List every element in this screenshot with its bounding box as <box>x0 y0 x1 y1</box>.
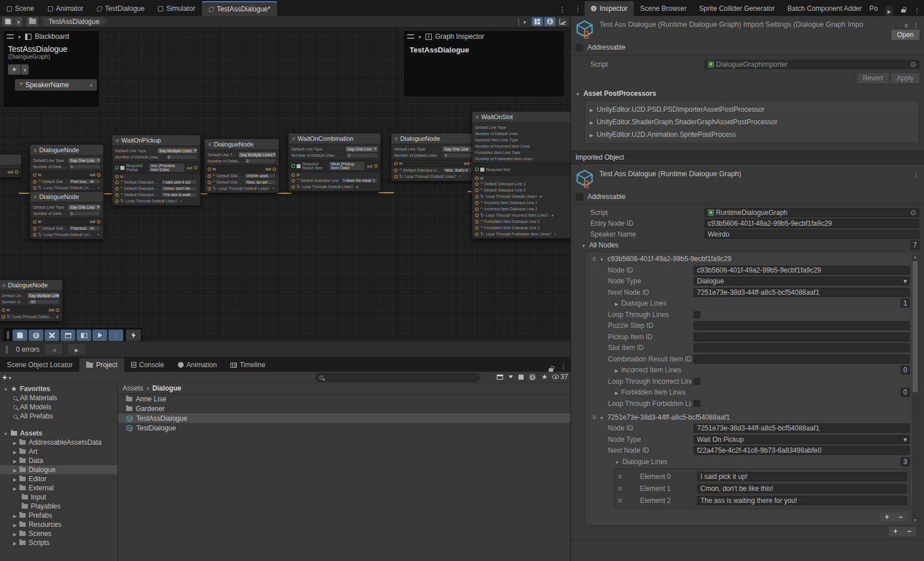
tree-folder-scenes[interactable]: Scenes <box>0 529 117 538</box>
tab-simulator[interactable]: Simulator <box>151 1 202 16</box>
filter-by-label-icon[interactable] <box>518 375 524 380</box>
loop-through-forbidden-checkbox[interactable] <box>694 400 700 407</box>
tab-overflow[interactable]: Po <box>868 1 879 16</box>
addressable-checkbox[interactable] <box>576 44 583 51</box>
drag-handle-icon[interactable] <box>407 34 414 39</box>
loop-forbidden-checkbox[interactable] <box>553 232 557 236</box>
node-dialogue-1[interactable]: DialogueNode Default Line TypeSay One Li… <box>30 144 104 193</box>
tab-scene[interactable]: Scene <box>0 1 41 16</box>
minimap-toggle-button[interactable] <box>557 17 568 26</box>
entry-node-field[interactable]: c93b5606-401f-49a2-99b5-9ecbf1fa9c29 <box>704 219 919 228</box>
field-port[interactable] <box>33 233 37 237</box>
hidden-count[interactable]: 37 <box>552 373 568 381</box>
incorrect-lines-count[interactable]: 0 <box>901 365 910 375</box>
search-save-icon[interactable] <box>497 375 503 380</box>
tab-sprite-collider-generator[interactable]: Sprite Collider Generator <box>693 1 781 16</box>
field-port[interactable] <box>208 181 211 184</box>
field-port[interactable] <box>475 214 479 217</box>
blackboard-panel[interactable]: Blackboard TestAssDialogue (DialogueGrap… <box>3 30 100 108</box>
node-dialogue-4[interactable]: DialogueNode Default Line TypeSay One Li… <box>391 133 478 181</box>
out-port[interactable] <box>273 168 276 171</box>
in-port[interactable] <box>2 308 5 312</box>
scrollbar-thumb[interactable] <box>913 261 918 392</box>
field-port[interactable] <box>33 180 37 184</box>
tree-folder-art[interactable]: Art <box>0 447 117 456</box>
tab-scene-browser[interactable]: Scene Browser <box>634 1 692 16</box>
field-port[interactable] <box>475 226 479 230</box>
field-port[interactable] <box>33 186 37 190</box>
combination-result-item-id-field[interactable] <box>694 355 910 364</box>
field-port[interactable] <box>291 179 295 182</box>
info-toggle-button[interactable]: i <box>29 330 43 341</box>
panel-menu-icon[interactable] <box>557 363 570 372</box>
tree-all-models[interactable]: All Models <box>0 403 117 412</box>
num-lines-field[interactable]: 1 <box>443 153 475 158</box>
loop-checkbox[interactable] <box>539 194 543 198</box>
drag-handle-icon[interactable] <box>7 34 14 39</box>
graph-inspector-header[interactable]: i Graph Inspector <box>404 31 564 42</box>
save-dropdown[interactable] <box>15 17 22 26</box>
in-port[interactable] <box>208 168 211 171</box>
remove-element-button[interactable] <box>894 513 907 522</box>
add-node-button[interactable] <box>889 527 902 536</box>
create-asset-dropdown-icon[interactable] <box>9 373 11 381</box>
dialogue-line-field[interactable]: Now, go get ... <box>244 180 276 185</box>
num-lines-field[interactable]: 3 <box>165 155 197 160</box>
dialogue-line-field[interactable]: Ohhhh yeah, <box>244 173 276 178</box>
postprocessor-item[interactable]: UnityEditor.U2D.Animation.SpritePostProc… <box>585 128 919 141</box>
node-foldout[interactable]: 7251e73e-38d3-44ff-a8c5-bcf54088aaf1 <box>585 412 911 423</box>
node-type-dropdown[interactable]: Dialogue <box>694 277 910 286</box>
line-type-dropdown[interactable]: Say One Line <box>68 205 100 210</box>
panel-toggle-button[interactable] <box>76 330 91 341</box>
breadcrumb-current[interactable]: Dialogue <box>152 384 181 392</box>
tree-assets-root[interactable]: Assets <box>0 429 117 438</box>
dialogue-line-field[interactable]: I need my meat :) <box>341 178 378 183</box>
tab-scene-object-locator[interactable]: Scene Object Locator <box>0 358 79 372</box>
loop-through-incorrect-checkbox[interactable] <box>694 378 700 385</box>
graph-inspector-panel[interactable]: i Graph Inspector TestAssDialogue <box>403 30 565 97</box>
speaker-name-field[interactable]: Weirdo <box>704 230 919 239</box>
field-port[interactable] <box>475 168 479 171</box>
notes-toggle-button[interactable] <box>13 330 27 341</box>
collapse-icon[interactable] <box>418 32 422 40</box>
save-button[interactable] <box>2 17 14 26</box>
object-picker-icon[interactable] <box>910 209 916 217</box>
out-port[interactable] <box>374 164 378 168</box>
tree-all-materials[interactable]: All Materials <box>0 393 117 403</box>
num-lines-field[interactable]: 1 <box>68 211 100 216</box>
in-port[interactable] <box>394 162 398 165</box>
collapse-icon[interactable] <box>17 32 22 40</box>
out-port[interactable] <box>97 173 100 177</box>
field-port[interactable] <box>33 227 37 230</box>
reorder-handle-icon[interactable] <box>592 413 596 421</box>
field-port[interactable] <box>475 201 479 205</box>
tools-toggle-button[interactable] <box>44 330 59 341</box>
all-nodes-count[interactable]: 7 <box>910 241 919 250</box>
graph-options-dropdown-icon[interactable] <box>523 18 526 26</box>
tab-batch-component-adder[interactable]: Batch Component Adder <box>781 1 868 16</box>
breadcrumb-root[interactable]: Assets <box>123 384 143 392</box>
out-port[interactable] <box>194 166 197 169</box>
all-nodes-row[interactable]: All Nodes 7 <box>571 239 924 250</box>
node-id-field[interactable]: c93b5606-401f-49a2-99b5-9ecbf1fa9c29 <box>694 266 910 275</box>
graph-inspector-toggle-button[interactable]: i <box>544 17 556 26</box>
node-start[interactable]: artNode out <box>0 154 22 177</box>
line-type-dropdown[interactable]: Say Multiple Lines <box>238 152 276 157</box>
in-port[interactable] <box>291 173 295 177</box>
pickup-item-id-field[interactable] <box>694 332 910 342</box>
object-menu-icon[interactable] <box>913 170 919 178</box>
tree-favorites[interactable]: Favorites <box>0 384 117 393</box>
field-port[interactable] <box>115 166 119 169</box>
inspector-menu-icon[interactable] <box>914 7 921 15</box>
field-port[interactable] <box>475 182 479 186</box>
in-port[interactable] <box>33 173 37 177</box>
blackboard-toggle-button[interactable] <box>532 17 543 26</box>
tab-timeline[interactable]: Timeline <box>224 358 272 372</box>
in-port[interactable] <box>115 175 119 178</box>
dialogue-line-field[interactable]: Nice, that's it <box>443 168 475 173</box>
loop-checkbox[interactable] <box>355 185 359 189</box>
show-in-project-button[interactable] <box>27 17 38 26</box>
reorder-handle-icon[interactable] <box>618 473 622 481</box>
node-type-dropdown[interactable]: Wait On Pickup <box>694 435 910 444</box>
tab-project[interactable]: Project <box>79 358 124 372</box>
